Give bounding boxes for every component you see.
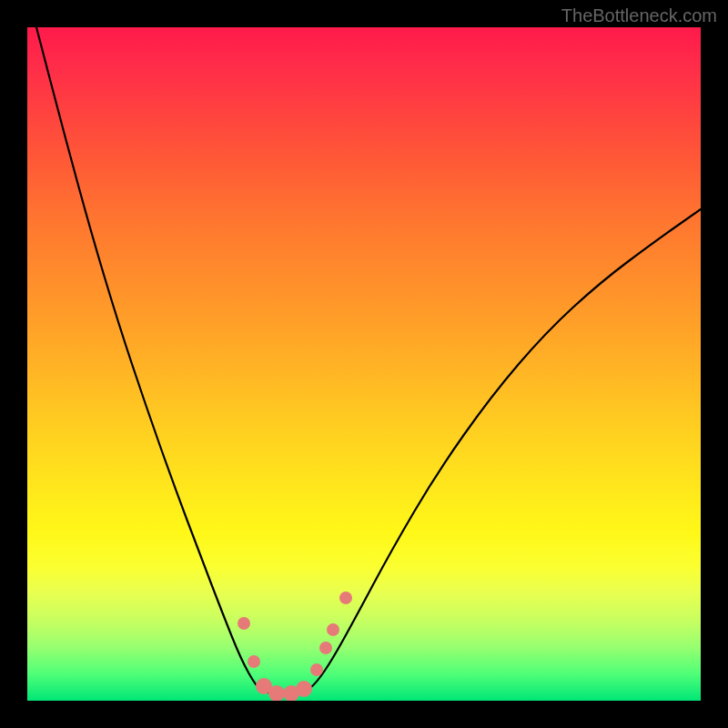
- trough-marker: [238, 617, 250, 630]
- watermark-text: TheBottleneck.com: [561, 5, 717, 26]
- trough-marker: [319, 642, 332, 654]
- trough-marker: [310, 663, 323, 676]
- trough-marker: [248, 655, 260, 668]
- curve-group: [36, 27, 701, 693]
- curve-layer: [27, 27, 701, 701]
- trough-marker: [339, 592, 352, 604]
- trough-marker: [296, 681, 312, 697]
- trough-marker: [327, 623, 339, 636]
- plot-area: [27, 27, 701, 701]
- v-curve: [36, 27, 701, 693]
